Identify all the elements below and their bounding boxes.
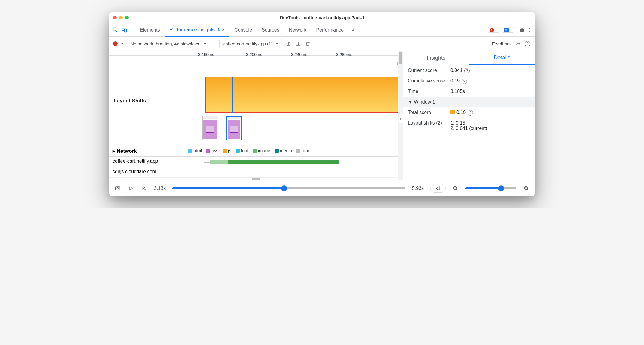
swatch-css	[206, 149, 210, 153]
window-section-header[interactable]: ▼ Window 1	[403, 97, 535, 107]
session-value: coffee-cart.netlify.app (1)	[223, 41, 273, 46]
tab-performance-insights[interactable]: Performance insights ⚗ ×	[165, 23, 229, 37]
more-tabs-icon[interactable]: »	[349, 27, 357, 33]
kv-current-score: Current score 0.041?	[403, 65, 535, 76]
main-content: 3,160ms 3,200ms 3,240ms 3,280ms Layout S…	[109, 51, 535, 180]
inspect-icon[interactable]	[111, 26, 119, 34]
window-controls	[113, 16, 129, 20]
kebab-menu-icon[interactable]: ⋮	[526, 27, 533, 33]
host-label[interactable]: coffee-cart.netlify.app	[109, 157, 184, 167]
help-icon[interactable]: ?	[524, 40, 531, 47]
panel-settings-icon[interactable]	[515, 40, 521, 47]
zoom-slider[interactable]	[465, 188, 516, 189]
delete-icon[interactable]	[305, 40, 311, 47]
close-tab-icon[interactable]: ×	[222, 27, 225, 32]
chevron-down-icon: ▼	[275, 42, 278, 45]
tab-network[interactable]: Network	[285, 23, 311, 37]
ruler-tick: 3,240ms	[289, 51, 309, 56]
layout-shifts-row: Layout Shifts	[109, 56, 403, 146]
ruler-tick: 3,200ms	[244, 51, 264, 56]
host-track[interactable]	[184, 157, 403, 167]
kv-layout-shifts: Layout shifts (2) 1. 0.15 2. 0.041 (curr…	[403, 118, 535, 134]
help-icon[interactable]: ?	[462, 79, 467, 84]
network-legend: html css js font image media other	[184, 146, 403, 156]
message-icon: ▭	[504, 28, 509, 32]
throttling-value: No network throttling, 4× slowdown	[131, 41, 200, 46]
tab-performance[interactable]: Performance	[312, 23, 348, 37]
shift-item-current[interactable]: 2. 0.041 (current)	[450, 126, 487, 131]
preview-icon[interactable]	[114, 185, 121, 192]
devtools-window: DevTools - coffee-cart.netlify.app/?ad=1…	[109, 12, 535, 196]
screenshot-thumb[interactable]	[202, 116, 218, 140]
expand-pane-icon[interactable]: ▸	[399, 114, 403, 123]
network-host-row: cdnjs.cloudflare.com	[109, 167, 403, 177]
svg-point-5	[117, 188, 119, 189]
legend-image: image	[253, 148, 270, 153]
request-bar[interactable]	[204, 160, 339, 164]
shift-item[interactable]: 1. 0.15	[450, 120, 487, 126]
screenshot-thumb-selected[interactable]	[226, 116, 242, 140]
ruler-gutter	[109, 51, 184, 56]
legend-other: other	[296, 148, 312, 153]
export-icon[interactable]	[285, 40, 292, 47]
play-icon[interactable]	[128, 185, 134, 192]
session-dropdown[interactable]: coffee-cart.netlify.app (1) ▼	[219, 39, 282, 48]
device-toggle-icon[interactable]	[120, 26, 128, 34]
host-label[interactable]: cdnjs.cloudflare.com	[109, 167, 184, 177]
window-title: DevTools - coffee-cart.netlify.app/?ad=1	[129, 15, 516, 20]
zoom-out-icon[interactable]	[452, 185, 459, 192]
timeline-slider[interactable]	[172, 188, 405, 189]
swatch-image	[253, 149, 257, 153]
minimize-dot[interactable]	[119, 16, 123, 20]
layout-shifts-track[interactable]	[184, 56, 403, 146]
timeline-end: 5.93s	[412, 186, 424, 191]
details-tabs: Insights Details	[403, 51, 535, 65]
import-icon[interactable]	[295, 40, 302, 47]
ruler-tick: 3,160ms	[196, 51, 216, 56]
tab-elements[interactable]: Elements	[136, 23, 164, 37]
titlebar: DevTools - coffee-cart.netlify.app/?ad=1	[109, 12, 535, 23]
kv-total-score: Total score 0.19?	[403, 107, 535, 118]
playback-bar: 3.13s 5.93s x1	[109, 180, 535, 196]
zoom-in-icon[interactable]	[523, 185, 530, 192]
legend-media: media	[275, 148, 292, 153]
panel-tabs: Elements Performance insights ⚗ × Consol…	[109, 23, 535, 37]
rewind-icon[interactable]	[141, 185, 147, 192]
record-button[interactable]	[113, 41, 118, 46]
ruler-ticks[interactable]: 3,160ms 3,200ms 3,240ms 3,280ms	[184, 51, 403, 56]
tab-console[interactable]: Console	[230, 23, 256, 37]
legend-css: css	[206, 148, 218, 153]
tab-insights[interactable]: Insights	[403, 51, 469, 65]
tab-details[interactable]: Details	[469, 51, 535, 65]
tab-sources[interactable]: Sources	[257, 23, 284, 37]
error-icon: ×	[490, 28, 494, 32]
separator	[132, 26, 132, 34]
swatch-media	[275, 149, 279, 153]
zoom-dot[interactable]	[125, 16, 129, 20]
network-label[interactable]: ▸ Network	[109, 146, 184, 156]
experiment-icon: ⚗	[216, 27, 220, 32]
playhead-line[interactable]	[232, 77, 233, 113]
tab-label: Performance insights	[170, 27, 215, 32]
horizontal-scrollbar[interactable]	[109, 177, 403, 180]
help-icon[interactable]: ?	[468, 110, 473, 116]
feedback-link[interactable]: Feedback	[492, 41, 512, 46]
throttling-dropdown[interactable]: No network throttling, 4× slowdown ▼	[127, 39, 210, 48]
error-badge[interactable]: ×1	[488, 27, 499, 33]
message-badge[interactable]: ▭1	[502, 27, 514, 33]
kv-time: Time 3.185s	[403, 86, 535, 97]
close-dot[interactable]	[113, 16, 117, 20]
help-icon[interactable]: ?	[464, 68, 470, 74]
swatch-js	[223, 149, 227, 153]
cup-icon	[230, 126, 238, 133]
swatch-font	[236, 149, 240, 153]
record-menu-icon[interactable]: ▼	[121, 42, 124, 45]
insights-toolbar: ▼ No network throttling, 4× slowdown ▼ c…	[109, 37, 535, 51]
swatch-html	[188, 149, 192, 153]
ruler-tick: 3,280ms	[334, 51, 354, 56]
settings-icon[interactable]	[518, 27, 525, 33]
speed-pill[interactable]: x1	[430, 184, 446, 193]
timeline-start: 3.13s	[154, 186, 166, 191]
host-track[interactable]	[184, 167, 403, 177]
svg-point-3	[517, 43, 519, 44]
